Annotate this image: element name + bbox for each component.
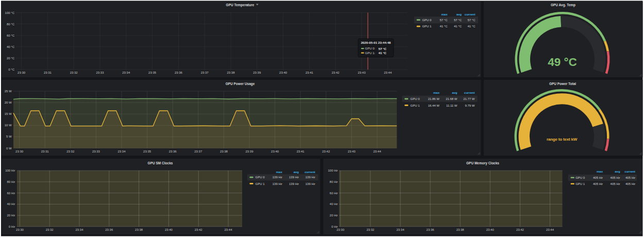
svg-text:21.68 W: 21.68 W	[446, 97, 457, 100]
svg-text:23:34: 23:34	[122, 71, 130, 74]
svg-text:40 °C: 40 °C	[7, 45, 15, 48]
svg-text:41 °C: 41 °C	[467, 25, 476, 28]
svg-text:25 W: 25 W	[5, 90, 12, 93]
svg-text:23:32: 23:32	[66, 150, 75, 153]
svg-text:80 Hz: 80 Hz	[7, 180, 15, 183]
svg-text:23:42: 23:42	[332, 71, 340, 74]
svg-text:current: current	[465, 13, 476, 16]
svg-text:23:34: 23:34	[117, 150, 126, 153]
svg-text:GPU 1:: GPU 1:	[365, 52, 376, 55]
svg-text:20 Hz: 20 Hz	[330, 214, 338, 217]
svg-text:GPU Power Usage: GPU Power Usage	[226, 82, 255, 86]
svg-text:23:34: 23:34	[75, 228, 83, 231]
svg-text:avg: avg	[294, 171, 299, 174]
svg-text:23:38: 23:38	[220, 150, 228, 153]
svg-text:405 Hz: 405 Hz	[611, 182, 620, 185]
svg-text:20 °C: 20 °C	[7, 57, 15, 60]
svg-text:23:33: 23:33	[92, 150, 100, 153]
svg-text:2020-05-01 23:44:48: 2020-05-01 23:44:48	[361, 41, 391, 44]
svg-text:GPU SM Clocks: GPU SM Clocks	[148, 161, 173, 165]
svg-text:139 Hz: 139 Hz	[289, 182, 299, 185]
svg-text:41 °C: 41 °C	[439, 25, 448, 28]
svg-text:23:31: 23:31	[41, 150, 49, 153]
svg-text:max: max	[597, 170, 603, 173]
svg-text:49 °C: 49 °C	[548, 56, 577, 69]
svg-text:41 °C: 41 °C	[454, 25, 462, 28]
svg-text:23:39: 23:39	[245, 150, 253, 153]
svg-text:GPU 0: GPU 0	[411, 97, 420, 100]
svg-text:23:42: 23:42	[195, 228, 203, 231]
svg-text:57 °C: 57 °C	[454, 19, 462, 22]
svg-text:405 Hz: 405 Hz	[625, 182, 635, 185]
svg-text:0 W: 0 W	[6, 147, 12, 150]
svg-text:23:37: 23:37	[201, 71, 209, 74]
svg-text:23:36: 23:36	[427, 228, 435, 231]
svg-text:23:43: 23:43	[358, 71, 366, 74]
svg-text:max: max	[276, 171, 283, 174]
svg-text:20 Hz: 20 Hz	[7, 214, 15, 217]
svg-text:100 Hz: 100 Hz	[5, 169, 15, 172]
svg-text:23:44: 23:44	[546, 228, 554, 231]
svg-text:57 °C: 57 °C	[439, 19, 448, 22]
svg-text:100 °C: 100 °C	[5, 11, 15, 14]
svg-text:80 Hz: 80 Hz	[330, 180, 338, 183]
svg-text:139 Hz: 139 Hz	[306, 176, 315, 179]
svg-text:60 Hz: 60 Hz	[330, 192, 338, 195]
svg-text:57 °C: 57 °C	[379, 47, 387, 50]
svg-text:23:35: 23:35	[143, 150, 151, 153]
svg-text:405 Hz: 405 Hz	[611, 176, 620, 179]
svg-text:23:44: 23:44	[373, 150, 381, 153]
svg-text:23:30: 23:30	[336, 228, 345, 231]
svg-text:15 W: 15 W	[5, 112, 12, 115]
svg-text:GPU Avg. Temp: GPU Avg. Temp	[551, 3, 575, 7]
svg-text:57 °C: 57 °C	[467, 19, 476, 22]
svg-text:11.11 W: 11.11 W	[446, 104, 457, 107]
svg-text:139 Hz: 139 Hz	[289, 176, 299, 179]
svg-text:0 °C: 0 °C	[8, 68, 14, 71]
svg-text:40 Hz: 40 Hz	[330, 202, 338, 206]
svg-text:current: current	[464, 91, 475, 94]
svg-text:100 Hz: 100 Hz	[328, 169, 337, 172]
svg-text:23:30: 23:30	[16, 228, 24, 231]
svg-text:23:33: 23:33	[96, 71, 104, 74]
svg-text:23:37: 23:37	[194, 150, 202, 153]
svg-text:23:38: 23:38	[227, 71, 235, 74]
svg-text:405 Hz: 405 Hz	[593, 176, 603, 179]
svg-text:139 Hz: 139 Hz	[306, 182, 315, 185]
svg-text:23:42: 23:42	[322, 150, 330, 153]
svg-text:GPU Power Total: GPU Power Total	[549, 82, 576, 86]
svg-text:23:40: 23:40	[165, 228, 173, 231]
svg-text:23:40: 23:40	[279, 71, 287, 74]
svg-text:21.86 W: 21.86 W	[428, 97, 440, 100]
svg-text:GPU Memory Clocks: GPU Memory Clocks	[466, 161, 499, 165]
svg-text:23:30: 23:30	[18, 71, 26, 74]
svg-text:GPU 1: GPU 1	[422, 25, 432, 28]
svg-text:GPU 1: GPU 1	[411, 104, 420, 107]
svg-text:0 Hz: 0 Hz	[9, 225, 15, 228]
svg-text:GPU Temperature: GPU Temperature	[226, 3, 255, 7]
svg-text:139 Hz: 139 Hz	[273, 176, 282, 179]
svg-text:23:31: 23:31	[44, 71, 52, 74]
svg-text:21.77 W: 21.77 W	[463, 97, 475, 100]
svg-text:23:35: 23:35	[148, 71, 157, 74]
svg-text:GPU 1: GPU 1	[575, 182, 585, 185]
svg-text:23:39: 23:39	[253, 71, 261, 74]
svg-text:GPU 1: GPU 1	[256, 182, 265, 185]
svg-text:23:44: 23:44	[384, 71, 392, 74]
svg-text:23:38: 23:38	[135, 228, 143, 231]
svg-text:max: max	[441, 13, 448, 16]
svg-text:23:40: 23:40	[271, 150, 279, 153]
svg-text:GPU 0: GPU 0	[256, 176, 265, 179]
svg-text:current: current	[624, 170, 635, 173]
svg-text:23:32: 23:32	[70, 71, 78, 74]
svg-text:9.79 W: 9.79 W	[465, 104, 474, 107]
svg-text:23:42: 23:42	[516, 228, 524, 231]
svg-text:41 °C: 41 °C	[379, 51, 387, 55]
svg-text:20 W: 20 W	[5, 101, 12, 104]
svg-text:80 °C: 80 °C	[7, 23, 15, 26]
svg-text:139 Hz: 139 Hz	[273, 182, 282, 185]
svg-text:avg: avg	[456, 13, 462, 16]
svg-text:GPU 0: GPU 0	[422, 19, 432, 22]
svg-text:16.44 W: 16.44 W	[428, 104, 440, 107]
svg-text:GPU 0: GPU 0	[575, 176, 585, 179]
